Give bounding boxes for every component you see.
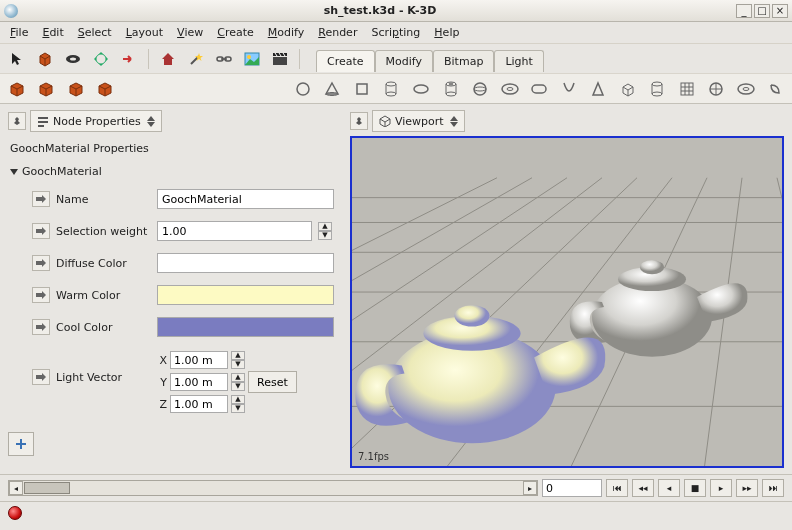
statusbar <box>0 501 792 523</box>
svg-point-23 <box>652 82 662 86</box>
prim-sphere2-icon[interactable] <box>706 78 728 100</box>
forward-end-button[interactable]: ⏭ <box>762 479 784 497</box>
property-plug-icon[interactable] <box>32 287 50 303</box>
menu-edit[interactable]: Edit <box>36 24 69 41</box>
prim-cone-icon[interactable] <box>322 78 344 100</box>
prim-sphere-icon[interactable] <box>469 78 491 100</box>
home-icon[interactable] <box>157 48 179 70</box>
maximize-button[interactable]: □ <box>754 4 770 18</box>
tab-modify[interactable]: Modify <box>375 50 433 72</box>
rewind-start-button[interactable]: ⏮ <box>606 479 628 497</box>
panel-selector-dropdown[interactable]: Node Properties <box>30 110 162 132</box>
menu-view[interactable]: View <box>171 24 209 41</box>
prim-cone2-icon[interactable] <box>587 78 609 100</box>
prim-torus2-icon[interactable] <box>735 78 757 100</box>
properties-title: GoochMaterial Properties <box>10 142 334 155</box>
cube-tool-icon[interactable] <box>34 48 56 70</box>
y-spinner[interactable]: ▲▼ <box>231 373 245 391</box>
property-plug-icon[interactable] <box>32 223 50 239</box>
prim-box-icon[interactable] <box>351 78 373 100</box>
svg-rect-34 <box>36 261 42 265</box>
stop-button[interactable]: ■ <box>684 479 706 497</box>
reset-button[interactable]: Reset <box>248 371 297 393</box>
scroll-thumb[interactable] <box>24 482 70 494</box>
timeline-scrollbar[interactable]: ◂ ▸ <box>8 480 538 496</box>
pointer-tool-icon[interactable] <box>6 48 28 70</box>
menu-layout[interactable]: Layout <box>120 24 169 41</box>
diffuse-color-swatch[interactable] <box>157 253 334 273</box>
menu-modify[interactable]: Modify <box>262 24 310 41</box>
property-plug-icon[interactable] <box>32 255 50 271</box>
fast-forward-button[interactable]: ▸▸ <box>736 479 758 497</box>
menu-help[interactable]: Help <box>428 24 465 41</box>
name-label: Name <box>56 193 151 206</box>
scroll-right-icon[interactable]: ▸ <box>523 481 537 495</box>
prim-circle-icon[interactable] <box>292 78 314 100</box>
scene-icon[interactable] <box>241 48 263 70</box>
record-icon[interactable] <box>8 506 22 520</box>
orbit-tool-icon[interactable] <box>90 48 112 70</box>
menu-select[interactable]: Select <box>72 24 118 41</box>
create-cube2-icon[interactable] <box>36 78 58 100</box>
light-vector-x-input[interactable] <box>170 351 228 369</box>
selection-weight-spinner[interactable]: ▲▼ <box>318 222 332 240</box>
tab-bitmap[interactable]: Bitmap <box>433 50 494 72</box>
prim-cylinder2-icon[interactable] <box>647 78 669 100</box>
svg-point-60 <box>454 305 489 326</box>
menu-create[interactable]: Create <box>211 24 260 41</box>
prim-grid-icon[interactable] <box>676 78 698 100</box>
prim-cube-icon[interactable] <box>617 78 639 100</box>
prim-tube-icon[interactable] <box>440 78 462 100</box>
menu-render[interactable]: Render <box>312 24 363 41</box>
viewport-icon <box>379 115 391 127</box>
viewport-selector-dropdown[interactable]: Viewport <box>372 110 465 132</box>
menu-scripting[interactable]: Scripting <box>365 24 426 41</box>
prim-paraboloid-icon[interactable] <box>558 78 580 100</box>
minimize-button[interactable]: _ <box>736 4 752 18</box>
prim-cylinder-icon[interactable] <box>381 78 403 100</box>
tab-create[interactable]: Create <box>316 50 375 72</box>
property-plug-icon[interactable] <box>32 191 50 207</box>
create-cube3-icon[interactable] <box>65 78 87 100</box>
close-button[interactable]: × <box>772 4 788 18</box>
property-plug-icon[interactable] <box>32 319 50 335</box>
pin-icon[interactable] <box>350 112 368 130</box>
light-vector-y-input[interactable] <box>170 373 228 391</box>
menu-file[interactable]: File <box>4 24 34 41</box>
svg-point-57 <box>640 260 664 274</box>
prim-disk-icon[interactable] <box>410 78 432 100</box>
prim-torus-icon[interactable] <box>499 78 521 100</box>
prim-capsule-icon[interactable] <box>528 78 550 100</box>
clapper-icon[interactable] <box>269 48 291 70</box>
wand-icon[interactable] <box>185 48 207 70</box>
scroll-left-icon[interactable]: ◂ <box>9 481 23 495</box>
svg-point-13 <box>386 92 396 96</box>
separator <box>148 49 149 69</box>
name-input[interactable] <box>157 189 334 209</box>
link-icon[interactable] <box>213 48 235 70</box>
play-back-button[interactable]: ◂ <box>658 479 680 497</box>
create-cube-icon[interactable] <box>6 78 28 100</box>
viewport-3d[interactable]: 7.1fps <box>350 136 784 468</box>
rewind-button[interactable]: ◂◂ <box>632 479 654 497</box>
cool-color-swatch[interactable] <box>157 317 334 337</box>
prim-knot-icon[interactable] <box>765 78 787 100</box>
warm-color-swatch[interactable] <box>157 285 334 305</box>
z-spinner[interactable]: ▲▼ <box>231 395 245 413</box>
tab-light[interactable]: Light <box>494 50 543 72</box>
pin-icon[interactable] <box>8 112 26 130</box>
add-property-button[interactable] <box>8 432 34 456</box>
frame-input[interactable] <box>542 479 602 497</box>
light-vector-z-input[interactable] <box>170 395 228 413</box>
create-cube4-icon[interactable] <box>95 78 117 100</box>
section-header[interactable]: GoochMaterial <box>10 165 334 178</box>
diffuse-color-label: Diffuse Color <box>56 257 151 270</box>
play-button[interactable]: ▸ <box>710 479 732 497</box>
arrow-tool-icon[interactable] <box>118 48 140 70</box>
selection-weight-input[interactable] <box>157 221 312 241</box>
svg-rect-31 <box>38 125 44 127</box>
x-spinner[interactable]: ▲▼ <box>231 351 245 369</box>
svg-rect-35 <box>36 293 42 297</box>
torus-tool-icon[interactable] <box>62 48 84 70</box>
property-plug-icon[interactable] <box>32 369 50 385</box>
